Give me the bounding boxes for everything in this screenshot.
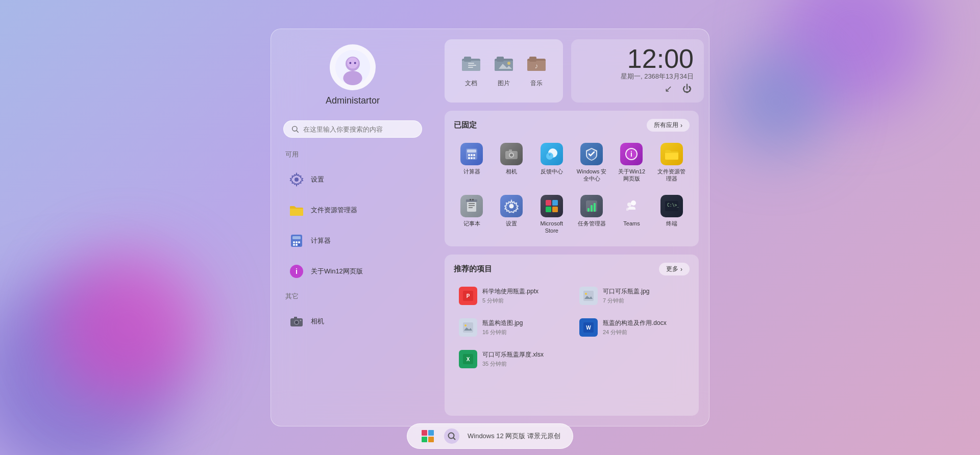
svg-text:i: i xyxy=(631,150,633,158)
svg-rect-88 xyxy=(428,430,434,436)
settings-icon xyxy=(288,171,305,188)
sidebar-calculator-label: 计算器 xyxy=(311,236,331,245)
file-explorer-icon xyxy=(288,202,305,218)
fullscreen-button[interactable]: ↙ xyxy=(663,81,674,96)
svg-point-14 xyxy=(293,244,295,246)
xlsx-name: 可口可乐瓶盖厚度.xlsx xyxy=(482,350,544,359)
camera-pinned-icon xyxy=(500,143,523,165)
file-explorer-pinned-label: 文件资源管理器 xyxy=(656,168,688,183)
file-explorer-folder-icon xyxy=(289,204,304,217)
start-menu: Administartor 可用 设置 xyxy=(271,29,709,426)
svg-point-91 xyxy=(448,433,454,439)
pictures-folder-icon xyxy=(494,55,514,76)
search-input[interactable] xyxy=(303,125,414,133)
power-button[interactable]: ⏻ xyxy=(680,82,694,96)
sidebar-item-settings[interactable]: 设置 xyxy=(283,167,422,192)
terminal-pinned-icon: C:\>_ xyxy=(660,195,683,217)
pinned-notepad[interactable]: 记事本 xyxy=(454,191,489,239)
svg-point-72 xyxy=(627,203,631,207)
settings-pinned-label: 设置 xyxy=(506,220,517,227)
sidebar-item-about-win12[interactable]: i 关于Win12网页版 xyxy=(283,259,422,284)
pinned-about-win12[interactable]: i 关于Win12网页版 xyxy=(614,139,649,187)
task-manager-pinned-icon xyxy=(580,195,603,217)
rec-item-xlsx[interactable]: X 可口可乐瓶盖厚度.xlsx 35 分钟前 xyxy=(454,346,569,372)
documents-label: 文档 xyxy=(465,79,477,88)
docx-name: 瓶盖的构造及作用.docx xyxy=(603,319,667,327)
svg-point-15 xyxy=(296,244,298,246)
pinned-feedback[interactable]: 反馈中心 xyxy=(534,139,570,187)
settings-gear-icon xyxy=(289,172,304,187)
svg-text:W: W xyxy=(586,325,591,331)
svg-rect-30 xyxy=(497,57,504,62)
pinned-teams[interactable]: Teams xyxy=(614,191,649,239)
taskbar-search-icon[interactable] xyxy=(444,428,459,444)
camera-small-icon xyxy=(289,315,304,327)
svg-rect-28 xyxy=(468,67,473,68)
svg-rect-22 xyxy=(294,317,297,319)
search-icon xyxy=(291,125,299,133)
pinned-header: 已固定 所有应用 › xyxy=(454,119,690,132)
docs-folder-icon-svg xyxy=(461,55,481,72)
avatar[interactable] xyxy=(330,44,376,90)
svg-point-46 xyxy=(510,154,513,157)
svg-rect-60 xyxy=(470,199,471,200)
svg-point-32 xyxy=(507,62,510,65)
pptx-time: 5 分钟前 xyxy=(482,297,538,305)
clock-area: 12:00 星期一, 2368年13月34日 ↙ ⏻ xyxy=(571,39,704,103)
pinned-calculator[interactable]: 计算器 xyxy=(454,139,489,187)
clock-actions: ↙ ⏻ xyxy=(663,81,694,96)
svg-line-7 xyxy=(297,131,299,133)
rec-item-docx[interactable]: W 瓶盖的构造及作用.docx 24 分钟前 xyxy=(574,314,690,341)
pinned-settings[interactable]: 设置 xyxy=(494,191,529,239)
svg-rect-70 xyxy=(594,203,596,212)
jpg2-name: 瓶盖构造图.jpg xyxy=(482,319,523,327)
svg-rect-90 xyxy=(428,437,434,442)
all-apps-button[interactable]: 所有应用 › xyxy=(647,119,690,132)
windows-logo-icon[interactable] xyxy=(420,428,436,444)
avatar-icon xyxy=(335,49,371,85)
teams-pinned-label: Teams xyxy=(623,220,640,227)
docx-icon: W xyxy=(579,318,598,337)
settings-pinned-icon xyxy=(500,195,523,217)
rec-item-pptx[interactable]: P 科学地使用瓶盖.pptx 5 分钟前 xyxy=(454,283,569,309)
svg-rect-66 xyxy=(552,207,558,212)
pictures-label: 图片 xyxy=(498,79,510,88)
quick-folders: 文档 图片 xyxy=(445,39,563,103)
svg-text:X: X xyxy=(467,357,470,362)
camera-icon-small xyxy=(288,313,305,330)
pics-folder-icon-svg xyxy=(494,55,514,72)
svg-text:i: i xyxy=(296,267,298,275)
camera-pinned-label: 相机 xyxy=(506,168,517,175)
folder-music[interactable]: ♪ 音乐 xyxy=(520,52,553,91)
pinned-ms-store[interactable]: Microsoft Store xyxy=(534,191,570,239)
sidebar-item-file-explorer[interactable]: 文件资源管理器 xyxy=(283,198,422,222)
xlsx-info: 可口可乐瓶盖厚度.xlsx 35 分钟前 xyxy=(482,350,544,368)
svg-rect-63 xyxy=(546,200,551,206)
other-section-label: 其它 xyxy=(283,292,422,301)
more-button[interactable]: 更多 › xyxy=(659,263,690,275)
pinned-file-explorer[interactable]: 文件资源管理器 xyxy=(654,139,690,187)
svg-point-6 xyxy=(292,127,297,131)
clock-time: 12:00 xyxy=(627,45,694,72)
pinned-terminal[interactable]: C:\>_ 终端 xyxy=(654,191,690,239)
folder-pictures[interactable]: 图片 xyxy=(487,52,520,91)
svg-rect-26 xyxy=(468,63,474,64)
svg-rect-47 xyxy=(509,149,512,151)
pinned-camera[interactable]: 相机 xyxy=(494,139,529,187)
ms-store-pinned-label: Microsoft Store xyxy=(536,220,568,235)
sidebar-item-camera[interactable]: 相机 xyxy=(283,309,422,334)
sidebar-about-label: 关于Win12网页版 xyxy=(311,267,363,276)
rec-item-jpg1[interactable]: 可口可乐瓶盖.jpg 7 分钟前 xyxy=(574,283,690,309)
search-box[interactable] xyxy=(283,120,422,138)
windows-security-pinned-label: Windows 安全中心 xyxy=(576,168,607,183)
pinned-windows-security[interactable]: Windows 安全中心 xyxy=(574,139,609,187)
pinned-task-manager[interactable]: 任务管理器 xyxy=(574,191,609,239)
available-section-label: 可用 xyxy=(283,150,422,159)
calculator-small-icon xyxy=(290,234,303,248)
music-folder-icon: ♪ xyxy=(526,55,547,76)
sidebar-item-calculator[interactable]: 计算器 xyxy=(283,229,422,253)
task-manager-pinned-label: 任务管理器 xyxy=(578,220,606,227)
rec-item-jpg2[interactable]: 瓶盖构造图.jpg 16 分钟前 xyxy=(454,314,569,341)
folder-documents[interactable]: 文档 xyxy=(455,52,487,91)
svg-point-39 xyxy=(471,154,473,156)
